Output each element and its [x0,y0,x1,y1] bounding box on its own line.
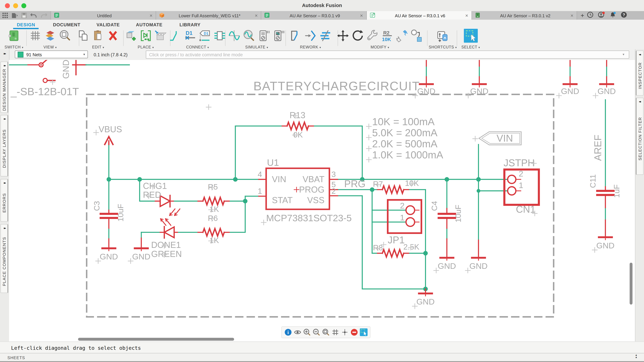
expand-panel-icon[interactable]: ▸▸ [4,226,5,230]
close-tab-icon[interactable]: × [465,13,468,18]
jumper-jp1[interactable]: 2 1 JP1 [388,200,422,246]
group-label[interactable]: SIMULATE [245,45,266,49]
resistor-r13[interactable]: R13 0K [282,110,313,139]
zoom-fit-icon[interactable] [322,328,330,336]
stop-icon[interactable] [350,328,358,336]
new-tab-button[interactable]: + [577,11,588,19]
expand-panel-icon[interactable]: ▸▸ [4,64,5,67]
group-label[interactable]: REWORK [300,45,318,49]
gnd-symbol-done1[interactable]: GND [132,238,150,261]
wrench-icon[interactable] [366,29,379,44]
gnd-symbol-top-1[interactable]: GND [417,60,436,96]
group-label[interactable]: VIEW [44,45,54,49]
tab-design[interactable]: DESIGN [17,22,35,27]
schematic-frame[interactable] [87,94,554,317]
probe-icon[interactable] [243,29,256,44]
save-icon[interactable] [21,13,27,18]
close-tab-icon[interactable]: × [570,13,574,18]
move-icon[interactable] [336,29,350,44]
panel-errors[interactable]: ▸▸ ERRORS [0,179,8,222]
group-label[interactable]: EDIT [92,45,102,49]
gnd-symbol-cn1[interactable]: GND [470,240,488,271]
ic-u1[interactable]: 4 1 3 5 2 VIN VBAT PROG STAT VSS U1 MCP7… [258,157,352,223]
group-label[interactable]: MODIFY [371,45,386,49]
redo-icon[interactable] [40,13,47,18]
rework-ripup-icon[interactable] [319,29,332,44]
gnd-symbol-bottom[interactable]: GND [416,289,435,306]
gnd-symbol-top-4[interactable]: GND [598,60,616,96]
zoom-in-icon[interactable] [303,328,311,336]
net-wires[interactable] [109,66,606,289]
job-status-icon[interactable] [587,11,594,19]
net-label-icon[interactable]: D1 [198,29,212,44]
tab-au-air-sensor-v9[interactable]: AU Air Sensor – R3.0.1 v9 × [262,11,366,19]
nets-dropdown[interactable]: 91 Nets ▾ [15,50,88,58]
command-line-input[interactable] [146,50,629,58]
info-icon[interactable]: i [284,328,292,336]
expand-panel-icon[interactable]: ▸▸ [4,117,5,121]
notification-bell-icon[interactable] [610,11,616,19]
capacitor-c4[interactable]: C4 10uF [430,201,462,228]
net-label-prg[interactable]: PRG [344,178,366,189]
paste-icon[interactable] [92,29,105,44]
group-label[interactable]: PLACE [138,45,151,49]
offsheet-part-label[interactable]: _-SB-12B-01T [10,85,79,97]
simulation-icon[interactable] [258,29,271,44]
close-tab-icon[interactable]: × [360,13,363,18]
expand-left-rail-icon[interactable]: ▸▸ [0,52,9,55]
tab-au-air-sensor-v6-active[interactable]: AU Air Sensor – R3.0.1 v6 × [366,11,472,19]
vertical-scrollbar[interactable] [630,263,632,305]
grid-toggle-icon[interactable] [332,328,339,336]
swap-icon[interactable] [396,29,408,44]
close-tab-icon[interactable]: × [150,13,152,18]
select-tool-icon[interactable] [464,29,478,44]
add-package-icon[interactable] [154,29,167,44]
gnd-symbol-top-2[interactable]: GND [470,60,488,96]
gnd-symbol-c3[interactable]: GND [100,239,118,261]
tab-validate[interactable]: VALIDATE [96,22,120,27]
connector-cn1[interactable]: JSTPH 2 1 CN1 [504,157,539,215]
led-done1[interactable]: DONE1 GREEN [151,219,182,259]
horizontal-scrollbar[interactable] [78,338,234,341]
net-icon[interactable] [169,29,182,44]
bus-icon[interactable] [213,29,226,44]
expand-panel-icon[interactable]: ◂◂ [639,52,640,56]
sheet-title[interactable]: BATTERYCHARGECIRCUIT [254,79,420,93]
profile-notifications-icon[interactable] [598,11,605,19]
vbus-flag[interactable]: VBUS [98,124,122,144]
app-grid-icon[interactable] [2,13,8,18]
gnd-symbol-c4[interactable]: GND [438,239,456,271]
replace-icon[interactable] [410,29,424,44]
schematic-canvas[interactable]: BATTERYCHARGECIRCUIT GND _-SB-12B-01T [9,60,635,342]
group-label[interactable]: SWITCH [4,45,21,49]
expand-panel-icon[interactable]: ◂◂ [639,100,640,103]
net-label-aref[interactable]: AREF [592,135,603,161]
group-label[interactable]: SHORTCUTS [429,45,454,49]
switch-board-icon[interactable] [8,29,20,44]
vin-flag[interactable]: VIN [479,132,521,145]
help-icon[interactable]: ? [620,11,627,19]
group-label[interactable]: CONNECT [186,45,206,49]
delete-icon[interactable] [106,29,120,44]
panel-place-components[interactable]: ▸▸ PLACE COMPONENTS [0,224,8,293]
add-part-icon[interactable] [139,29,152,44]
panel-display-layers[interactable]: ▸▸ DISPLAY LAYERS [0,115,8,176]
expand-panel-icon[interactable]: ▸▸ [4,181,5,185]
capacitor-c11[interactable]: C11 1uF [588,174,621,208]
copy-icon[interactable] [77,29,90,44]
layers-icon[interactable] [44,29,57,44]
gnd-symbol-c11[interactable]: GND [596,220,614,250]
visibility-eye-icon[interactable] [294,328,302,336]
simulation-ac-icon[interactable] [272,29,286,44]
tab-document[interactable]: DOCUMENT [53,22,80,27]
panel-design-manager[interactable]: ▸▸ DESIGN MANAGER [0,61,8,113]
offsheet-switch[interactable] [9,60,51,67]
rework-arrow-icon[interactable] [304,29,317,44]
gnd-symbol-top-3[interactable]: GND [561,60,579,96]
zoom-window-icon[interactable] [58,29,72,44]
tab-library[interactable]: LIBRARY [180,22,200,27]
net-name-icon[interactable]: D1 [184,29,197,44]
origin-crosshair-icon[interactable] [341,328,349,336]
expand-sheets-icon[interactable]: ▲▲ [635,354,638,358]
add-component-icon[interactable] [124,29,138,44]
